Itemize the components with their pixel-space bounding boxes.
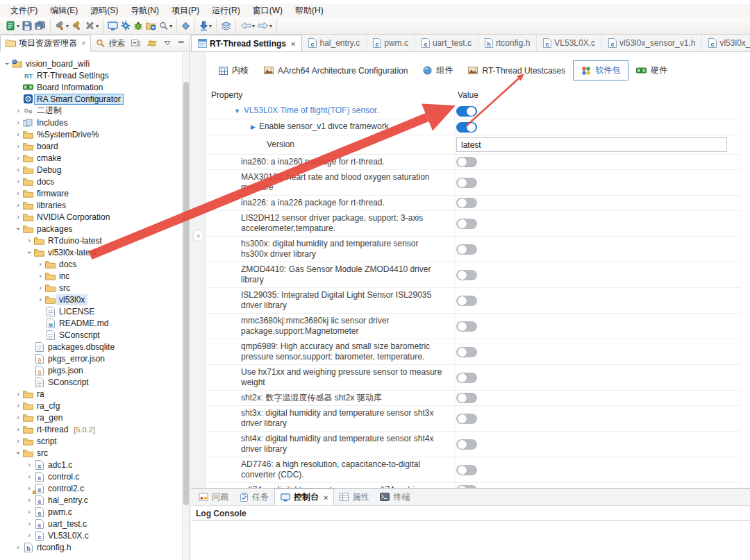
editor-tab-rtconfig-h[interactable]: hrtconfig.h [478, 35, 537, 51]
tree-item-ra-gen[interactable]: ›ra_gen [0, 411, 182, 423]
tree-item-docs[interactable]: ›docs [0, 258, 182, 270]
collapse-chevron-icon[interactable]: › [26, 248, 33, 257]
tree-item-script[interactable]: ›script [0, 435, 182, 447]
expand-chevron-icon[interactable]: › [25, 496, 33, 504]
tree-item-control-c[interactable]: ›ccontrol.c [0, 470, 182, 482]
expand-chevron-icon[interactable]: › [25, 520, 33, 527]
table-row[interactable]: sht2x: 数字温湿度传感器 sht2x 驱动库 [208, 391, 740, 406]
layers-button[interactable] [219, 21, 233, 31]
tree-item-vl53l0x-latest[interactable]: ›vl53l0x-latest [0, 246, 182, 258]
forward-arrow-button[interactable]: ▾ [256, 21, 274, 31]
menu-window[interactable]: 窗口(W) [247, 4, 289, 17]
expand-chevron-icon[interactable]: › [25, 532, 33, 539]
dropdown-caret-icon[interactable]: ▾ [269, 23, 272, 29]
tab-hardware[interactable]: 硬件 [628, 61, 675, 80]
expand-chevron-icon[interactable]: › [36, 296, 44, 303]
editor-tab-vl53l0x-sensor-v1-h[interactable]: cvl53l0x_sensor_v1.h [602, 35, 702, 51]
console-tab-terminal[interactable]: 终端 [374, 489, 415, 505]
tree-item-docs[interactable]: ›docs [0, 176, 182, 187]
collapse-all-button[interactable] [130, 39, 142, 48]
expand-chevron-icon[interactable]: › [14, 154, 22, 162]
expand-chevron-icon[interactable]: › [14, 201, 22, 209]
tree-item-includes[interactable]: ›Includes [0, 117, 182, 128]
search-button[interactable]: ▾ [158, 21, 174, 31]
tree-item-src[interactable]: ›src [0, 447, 182, 459]
tree-item-board-information[interactable]: Board Information [0, 81, 182, 93]
table-row[interactable]: ▼VL53L0X Time of flight(TOF) sensor. [208, 103, 740, 119]
table-row[interactable]: sht4x: digital humidity and temperature … [208, 432, 740, 457]
tab-utestcases[interactable]: RT-Thread Utestcases [460, 62, 573, 79]
expand-chevron-icon[interactable]: › [14, 543, 22, 551]
package-toggle-off[interactable] [456, 485, 477, 488]
tree-item-control2-c[interactable]: ›ccontrol2.c [0, 482, 182, 494]
package-toggle-off[interactable] [456, 270, 477, 280]
tree-item-rt-thread[interactable]: ›rt-thread[5.0.2] [0, 423, 182, 435]
table-row[interactable]: hs300x: digital humidity and temperature… [208, 237, 740, 262]
collapse-triangle-icon[interactable]: ▼ [234, 108, 240, 114]
expand-chevron-icon[interactable]: › [14, 390, 22, 398]
expand-chevron-icon[interactable]: › [14, 414, 22, 421]
table-row[interactable]: ZMOD4410: Gas Sensor Module ZMOD4410 dri… [208, 262, 740, 288]
table-row[interactable]: ▶Enable sensor_v1 divce framework [208, 119, 740, 135]
menu-source[interactable]: 源码(S) [84, 4, 124, 17]
table-row[interactable]: adt74xx: digital temperature sensor adt7… [208, 483, 740, 488]
dropdown-caret-icon[interactable]: ▾ [209, 23, 212, 29]
table-row[interactable]: mmc3680kj:mmc3680kj iic sensor driver pa… [208, 314, 740, 339]
version-combo[interactable]: latest [456, 137, 727, 152]
tree-item-pkgs-error-json[interactable]: {}pkgs_error.json [0, 353, 182, 364]
expand-chevron-icon[interactable]: › [36, 284, 44, 291]
monitor-button[interactable] [106, 21, 119, 31]
menu-run[interactable]: 运行(R) [206, 4, 247, 17]
expand-triangle-icon[interactable]: ▶ [251, 124, 256, 130]
save-all-button[interactable] [33, 20, 47, 31]
expand-chevron-icon[interactable]: › [14, 142, 22, 150]
tree-item-sconscript[interactable]: SConscript [0, 376, 182, 388]
package-toggle-on[interactable] [456, 106, 477, 117]
package-toggle-off[interactable] [456, 393, 477, 403]
tree-item-rtconfig-h[interactable]: ›hrtconfig.h [0, 541, 182, 553]
tree-item-ra-cfg[interactable]: ›ra_cfg [0, 400, 182, 411]
tree-item-systemdrive[interactable]: ›%SystemDrive% [0, 128, 182, 140]
package-toggle-off[interactable] [456, 321, 477, 332]
package-toggle-off[interactable] [456, 296, 477, 306]
expand-chevron-icon[interactable]: › [14, 425, 22, 433]
tree-item-libraries[interactable]: ›libraries [0, 199, 182, 211]
new-button[interactable]: ▾ [5, 20, 21, 31]
expand-chevron-icon[interactable]: › [36, 260, 44, 268]
menu-help[interactable]: 帮助(H) [289, 4, 330, 17]
menu-edit[interactable]: 编辑(E) [44, 4, 84, 17]
minimize-button[interactable] [176, 40, 186, 47]
tree-item-packages-dbsqlite[interactable]: packages.dbsqlite [0, 341, 182, 353]
tree-item-adc1-c[interactable]: ›cadc1.c [0, 459, 182, 470]
package-toggle-off[interactable] [456, 373, 477, 383]
table-row[interactable]: MAX30102: heart rate and blood oxygen sa… [208, 170, 740, 196]
table-row[interactable]: ina226: a ina226 package for rt-thread. [208, 196, 740, 211]
tree-item-pkgs-json[interactable]: {}pkgs.json [0, 364, 182, 376]
debug-bug-button[interactable] [132, 20, 144, 31]
scrollbar-thumb[interactable] [183, 82, 189, 505]
run-config-button[interactable] [144, 21, 158, 31]
table-row[interactable]: AD7746: a high resolution, capacitance-t… [208, 457, 740, 483]
tree-item-vl53l0x[interactable]: ›vl53l0x [0, 294, 182, 305]
dropdown-caret-icon[interactable]: ▾ [169, 23, 172, 29]
tree-item-license[interactable]: LICENSE [0, 305, 182, 317]
tree-item-board[interactable]: ›board [0, 140, 182, 152]
close-icon[interactable]: × [81, 39, 85, 47]
console-tab-console[interactable]: 控制台× [274, 489, 334, 505]
package-toggle-off[interactable] [456, 347, 477, 357]
package-toggle-off[interactable] [456, 219, 477, 229]
dropdown-caret-icon[interactable]: ▾ [17, 23, 19, 29]
view-tab-search-view[interactable]: 搜索 [91, 35, 130, 51]
tree-item-ra[interactable]: ›ra [0, 388, 182, 400]
editor-tab-pwm-c[interactable]: cpwm.c [367, 35, 415, 51]
expand-chevron-icon[interactable]: › [14, 402, 22, 409]
package-toggle-off[interactable] [456, 414, 477, 424]
tree-item-inc[interactable]: ›inc [0, 270, 182, 282]
tree-item-readme-md[interactable]: MREADME.md [0, 317, 182, 329]
back-arrow-button[interactable]: ▾ [239, 21, 256, 31]
expand-chevron-icon[interactable]: › [25, 461, 33, 468]
tree-item-uart-test-c[interactable]: ›cuart_test.c [0, 518, 182, 529]
table-row[interactable]: sht3x: digital humidity and temperature … [208, 406, 740, 432]
package-toggle-off[interactable] [456, 198, 477, 208]
console-tab-problems[interactable]: 问题 [193, 489, 234, 505]
